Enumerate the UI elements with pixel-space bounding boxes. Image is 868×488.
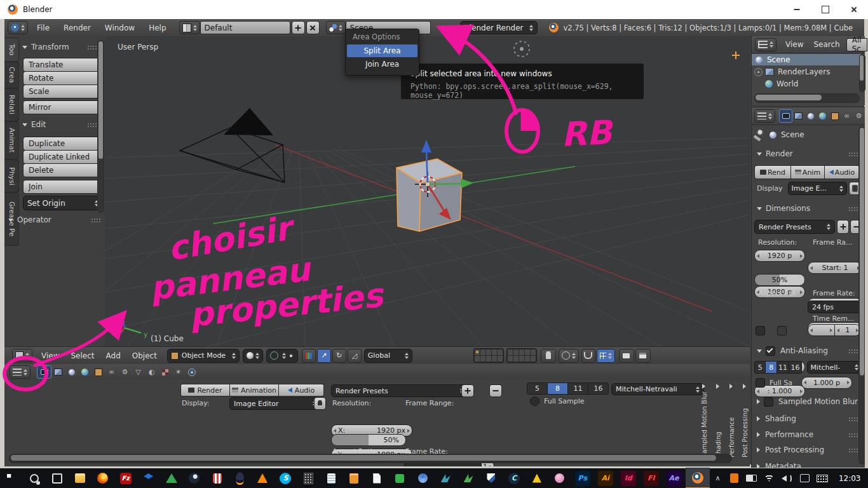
manipulator-rotate-button[interactable]: ↻ [332,349,346,363]
full-sample-checkbox[interactable] [756,378,765,388]
mirror-button[interactable]: Mirror [23,100,100,114]
tab-constraints[interactable]: ∞ [105,366,118,378]
panel-grip-icon[interactable] [848,448,858,452]
menu-render[interactable]: Render [60,24,95,32]
tab-object[interactable] [829,110,841,122]
maximize-button[interactable] [811,0,839,19]
app-yellow-icon[interactable] [526,468,548,488]
full-sample-checkbox[interactable] [530,396,539,406]
tab-world[interactable] [78,366,92,378]
manipulator-translate-button[interactable]: ↗ [317,349,331,363]
volume-icon[interactable] [778,468,796,488]
render-audio-button[interactable]: Audio [825,165,860,179]
outliner-vscrollbar[interactable] [859,54,865,92]
time-remap-new-field[interactable]: 1 [835,324,862,336]
screen-layout-field[interactable]: Default [200,21,290,34]
outliner-filter-dropdown[interactable]: All Sc [846,38,867,51]
editor-type-properties-button[interactable] [754,109,775,123]
steam-icon[interactable] [183,468,206,488]
lock-to-scene-button[interactable] [541,349,556,363]
tab-scene[interactable] [65,366,78,378]
tab-physics[interactable] [185,366,198,378]
snap-element-dropdown[interactable] [597,349,615,363]
editor-type-properties-button[interactable] [10,365,31,379]
menu-file[interactable]: File [33,24,53,32]
panel-grip-icon[interactable] [848,433,858,437]
add-preset-button[interactable] [461,384,474,397]
duplicate-button[interactable]: Duplicate [23,137,100,151]
aa-samples-11-button[interactable]: 11 [568,383,588,395]
dropbox-icon[interactable] [137,468,160,488]
render-engine-dropdown[interactable]: Blender Render [460,21,538,34]
scale-button[interactable]: Scale [23,85,100,98]
render-audio-button[interactable]: Audio [279,384,324,396]
wings-green-icon[interactable] [457,468,480,488]
app-green-flag-icon[interactable] [388,468,411,488]
tab-scene[interactable] [804,110,817,122]
editor-type-info-button[interactable] [8,21,28,34]
tab-render[interactable] [779,109,792,123]
add-layout-button[interactable] [292,21,305,34]
vlc-icon[interactable] [251,468,274,488]
frame-rate-dropdown[interactable]: 24 fps [808,301,865,313]
scene-selector-icon-button[interactable] [326,21,346,34]
sampled-motion-blur-vertical-panel[interactable]: Sampled Motion Blur [701,390,708,458]
tab-object-data[interactable]: ▽ [132,366,145,378]
menu-window[interactable]: Window [101,24,139,32]
render-still-button[interactable]: Render [180,384,230,396]
snap-magnet-button[interactable] [581,349,595,363]
panel-grip-icon[interactable] [848,152,858,156]
flash-icon[interactable]: Fl [640,468,663,488]
outliner-item-world[interactable]: World [752,78,868,90]
resolution-x-field[interactable]: 1920 p [754,250,805,262]
panel-grip-icon[interactable] [91,218,101,222]
outliner-menu-view[interactable]: View [782,40,807,49]
toolshelf-tab-create[interactable]: Crea [4,62,19,88]
operator-panel-header[interactable]: Operator [8,214,101,226]
aa-samples-16-button[interactable]: 16 [789,361,801,374]
sampled-motion-blur-checkbox[interactable] [764,397,773,407]
screen-layout-icon-button[interactable] [179,21,200,34]
edit-panel-header[interactable]: Edit [22,119,97,130]
expand-plus-icon[interactable]: + [754,68,763,76]
panel-grip-icon[interactable] [87,123,97,127]
render-still-button[interactable]: Rend [754,165,791,179]
transform-panel-header[interactable]: Transform [22,41,97,53]
duplicate-linked-button[interactable]: Duplicate Linked [23,150,100,164]
delete-button[interactable]: Delete [23,163,100,177]
layers-grid-2[interactable] [506,348,537,363]
mode-dropdown[interactable]: Object Mode [167,349,240,363]
add-preset-button[interactable] [837,220,849,234]
task-view-icon[interactable] [46,468,69,488]
notepad-icon[interactable] [320,468,342,488]
outliner-item-scene[interactable]: Scene [752,54,864,65]
shading-panel-header[interactable]: Shading [757,413,858,424]
toolshelf-tab-animation[interactable]: Animat [4,121,19,159]
render-panel-header[interactable]: Render [757,148,858,159]
action-center-icon[interactable] [796,468,813,488]
sublime-text-icon[interactable] [342,468,365,488]
minimize-button[interactable] [782,0,811,19]
manipulator-scale-button[interactable]: ◿ [348,349,362,363]
breadcrumb-label[interactable]: Scene [781,130,804,139]
tab-render-layers[interactable] [792,110,804,122]
google-drive-icon[interactable] [160,468,183,488]
tray-app-icon[interactable] [726,468,743,488]
aa-filter-dropdown[interactable]: Mitchell-Netravali [611,383,704,395]
panel-grip-icon[interactable] [848,207,858,211]
display-mode-dropdown[interactable]: Image E... [788,182,847,195]
photoshop-icon[interactable]: Ps [571,468,594,488]
performance-vertical-panel[interactable]: Performance [728,390,735,458]
resolution-percentage-slider[interactable]: 50% [754,274,805,286]
outliner-menu-search[interactable]: Search [810,40,843,49]
aa-samples-11-button[interactable]: 11 [777,361,789,374]
vp-menu-view[interactable]: View [37,351,63,360]
penguin-app-icon[interactable] [229,468,252,488]
set-origin-dropdown[interactable]: Set Origin [23,196,103,210]
wifi-icon[interactable] [760,468,778,488]
blender-taskbar-active-icon[interactable] [686,468,710,488]
delete-layout-button[interactable] [306,21,320,34]
editor-type-outliner-button[interactable] [755,38,776,51]
crop-checkbox[interactable] [777,326,787,336]
render-anim-button[interactable]: Anim [791,165,825,179]
